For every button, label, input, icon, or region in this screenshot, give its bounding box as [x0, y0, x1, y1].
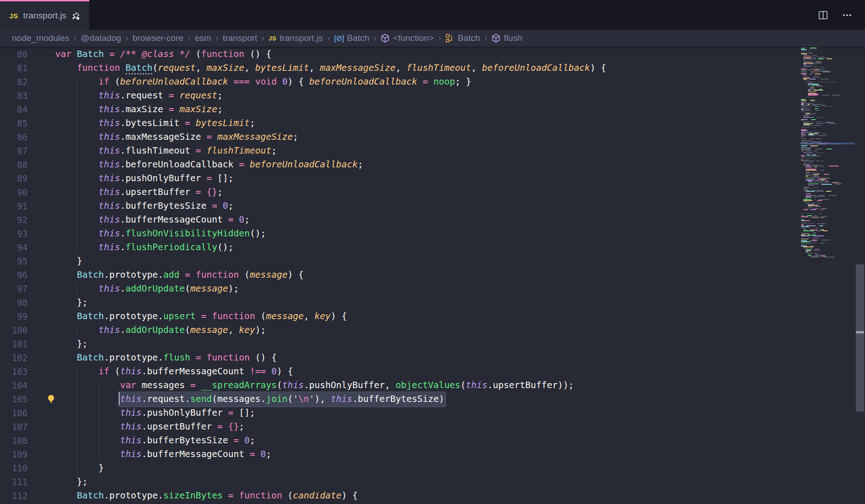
- minimap-code-row: [803, 246, 813, 247]
- code-line-100[interactable]: 100 this.addOrUpdate(message, key);: [0, 323, 800, 337]
- code-line-92[interactable]: 92 this.bufferMessageCount = 0;: [0, 213, 800, 227]
- code-line-95[interactable]: 95 }: [0, 254, 800, 268]
- breadcrumb-item-browser-core[interactable]: browser-core: [133, 33, 184, 43]
- minimap-code-row: [817, 223, 825, 224]
- breadcrumb-item-transport[interactable]: transport: [223, 33, 257, 43]
- minimap-code-row: [803, 74, 806, 75]
- line-number[interactable]: 80: [0, 49, 36, 59]
- code-line-96[interactable]: 96 Batch.prototype.add = function (messa…: [0, 268, 800, 282]
- code-line-91[interactable]: 91 this.bufferBytesSize = 0;: [0, 199, 800, 213]
- code-line-109[interactable]: 109 this.bufferMessageCount = 0;: [0, 447, 800, 461]
- lightbulb-icon[interactable]: [46, 394, 56, 407]
- line-number[interactable]: 93: [0, 229, 36, 239]
- code-line-106[interactable]: 106 this.pushOnlyBuffer = [];: [0, 406, 800, 420]
- line-number[interactable]: 96: [0, 270, 36, 280]
- line-number[interactable]: 109: [0, 449, 36, 459]
- breadcrumb-item--datadog[interactable]: @datadog: [81, 33, 121, 43]
- line-number[interactable]: 98: [0, 298, 36, 308]
- line-number[interactable]: 88: [0, 160, 36, 170]
- breadcrumb-item-esm[interactable]: esm: [195, 33, 212, 43]
- line-number[interactable]: 105: [0, 394, 36, 404]
- code-line-103[interactable]: 103 if (this.bufferMessageCount !== 0) {: [0, 365, 800, 378]
- code-line-111[interactable]: 111 };: [0, 475, 800, 489]
- breadcrumb-item-batch[interactable]: [⊘]Batch: [334, 33, 369, 43]
- breadcrumb-separator: ›: [215, 33, 219, 43]
- line-content: this.pushOnlyBuffer = [];: [55, 406, 255, 420]
- line-number[interactable]: 103: [0, 367, 36, 377]
- line-number[interactable]: 83: [0, 91, 36, 101]
- line-number[interactable]: 90: [0, 187, 36, 197]
- code-line-98[interactable]: 98 };: [0, 296, 800, 309]
- minimap-code-row: [806, 170, 817, 171]
- code-line-107[interactable]: 107 this.upsertBuffer = {};: [0, 420, 800, 434]
- line-number[interactable]: 110: [0, 463, 36, 473]
- line-number[interactable]: 100: [0, 325, 36, 335]
- code-line-84[interactable]: 84 this.maxSize = maxSize;: [0, 103, 800, 116]
- code-line-94[interactable]: 94 this.flushPeriodically();: [0, 241, 800, 254]
- line-number[interactable]: 91: [0, 201, 36, 211]
- code-line-105[interactable]: 105 this.request.send(messages.join('\n'…: [0, 392, 800, 406]
- line-number[interactable]: 104: [0, 380, 36, 390]
- line-content: Batch.prototype.upsert = function (messa…: [55, 309, 347, 323]
- split-editor-icon[interactable]: [818, 10, 828, 20]
- line-number[interactable]: 101: [0, 339, 36, 349]
- more-actions-icon[interactable]: [842, 10, 852, 20]
- code-line-108[interactable]: 108 this.bufferBytesSize = 0;: [0, 434, 800, 447]
- minimap-code-row: [812, 172, 819, 173]
- breadcrumb-item-node-modules[interactable]: node_modules: [12, 33, 69, 43]
- line-number[interactable]: 102: [0, 353, 36, 363]
- line-number[interactable]: 107: [0, 422, 36, 432]
- minimap-code-row: [815, 108, 818, 109]
- scrollbar-thumb[interactable]: [856, 264, 864, 412]
- line-number[interactable]: 87: [0, 146, 36, 156]
- line-number[interactable]: 89: [0, 173, 36, 183]
- code-line-82[interactable]: 82 if (beforeUnloadCallback === void 0) …: [0, 75, 800, 89]
- breadcrumb-item-flush[interactable]: flush: [491, 33, 522, 43]
- tab-transport-js[interactable]: JS transport.js: [0, 0, 89, 30]
- code-line-80[interactable]: 80var Batch = /** @class */ (function ()…: [0, 47, 800, 61]
- line-number[interactable]: 99: [0, 311, 36, 321]
- code-line-112[interactable]: 112 Batch.prototype.sizeInBytes = functi…: [0, 489, 800, 503]
- pin-icon[interactable]: [71, 11, 80, 20]
- line-number[interactable]: 94: [0, 242, 36, 252]
- code-line-110[interactable]: 110 }: [0, 461, 800, 475]
- line-number[interactable]: 86: [0, 132, 36, 142]
- code-editor[interactable]: 80var Batch = /** @class */ (function ()…: [0, 46, 865, 504]
- line-number[interactable]: 82: [0, 77, 36, 87]
- minimap-code-row: [807, 158, 810, 159]
- code-line-97[interactable]: 97 this.addOrUpdate(message);: [0, 282, 800, 296]
- code-line-87[interactable]: 87 this.flushTimeout = flushTimeout;: [0, 144, 800, 158]
- minimap-code-row: [812, 127, 816, 128]
- line-number[interactable]: 92: [0, 215, 36, 225]
- code-line-104[interactable]: 104 var messages = __spreadArrays(this.p…: [0, 378, 800, 392]
- minimap[interactable]: [800, 46, 855, 504]
- code-line-85[interactable]: 85 this.bytesLimit = bytesLimit;: [0, 116, 800, 130]
- code-line-99[interactable]: 99 Batch.prototype.upsert = function (me…: [0, 309, 800, 323]
- line-number[interactable]: 84: [0, 104, 36, 115]
- code-line-90[interactable]: 90 this.upsertBuffer = {};: [0, 185, 800, 199]
- code-line-89[interactable]: 89 this.pushOnlyBuffer = [];: [0, 172, 800, 185]
- code-line-81[interactable]: 81 function Batch(request, maxSize, byte…: [0, 61, 800, 75]
- line-number[interactable]: 95: [0, 256, 36, 266]
- code-line-88[interactable]: 88 this.beforeUnloadCallback = beforeUnl…: [0, 158, 800, 172]
- indent-guide: [77, 199, 77, 213]
- line-number[interactable]: 97: [0, 284, 36, 294]
- line-number[interactable]: 81: [0, 63, 36, 73]
- line-number[interactable]: 108: [0, 435, 36, 446]
- code-line-93[interactable]: 93 this.flushOnVisibilityHidden();: [0, 227, 800, 241]
- minimap-code-row: [806, 202, 810, 203]
- breadcrumb-label: node_modules: [12, 33, 69, 43]
- breadcrumb-item--function-[interactable]: <function>: [381, 33, 434, 43]
- line-number[interactable]: 106: [0, 408, 36, 418]
- minimap-code-row: [810, 100, 815, 101]
- vertical-scrollbar[interactable]: [855, 46, 865, 504]
- breadcrumb-item-transport-js[interactable]: JStransport.js: [269, 33, 323, 43]
- code-line-83[interactable]: 83 this.request = request;: [0, 89, 800, 103]
- code-line-101[interactable]: 101 };: [0, 337, 800, 351]
- line-number[interactable]: 85: [0, 118, 36, 128]
- code-line-86[interactable]: 86 this.maxMessageSize = maxMessageSize;: [0, 130, 800, 144]
- code-line-102[interactable]: 102 Batch.prototype.flush = function () …: [0, 351, 800, 365]
- breadcrumb-item-batch[interactable]: Batch: [445, 33, 480, 43]
- line-number[interactable]: 111: [0, 477, 36, 487]
- line-number[interactable]: 112: [0, 491, 36, 501]
